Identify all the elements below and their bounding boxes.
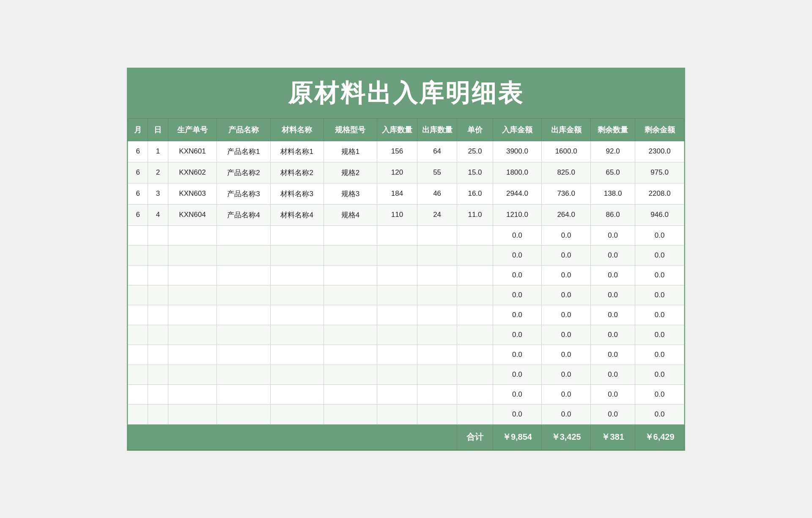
table-row: 0.00.00.00.0: [128, 365, 684, 384]
cell-mat-name: [270, 225, 324, 245]
cell-mat-name: 材料名称4: [270, 204, 324, 225]
page-title: 原材料出入库明细表: [132, 77, 680, 110]
cell-in-amt: 0.0: [493, 225, 542, 245]
cell-in-amt: 0.0: [493, 325, 542, 345]
cell-spec: [324, 265, 377, 285]
table-row: 61KXN601产品名称1材料名称1规格11566425.03900.01600…: [128, 141, 684, 162]
cell-out-qty: [417, 225, 457, 245]
cell-day: [148, 325, 168, 345]
cell-spec: 规格1: [324, 141, 377, 162]
cell-day: [148, 225, 168, 245]
cell-prod-name: [217, 325, 270, 345]
cell-mat-name: 材料名称1: [270, 141, 324, 162]
cell-out-amt: 0.0: [542, 245, 591, 265]
cell-mat-name: [270, 404, 324, 424]
footer-rem-qty: ￥381: [591, 424, 635, 449]
header-price: 单价: [457, 118, 493, 141]
cell-in-amt: 0.0: [493, 305, 542, 325]
cell-out-amt: 0.0: [542, 265, 591, 285]
cell-in-qty: [377, 245, 417, 265]
table-row: 0.00.00.00.0: [128, 345, 684, 365]
cell-price: [457, 225, 493, 245]
cell-month: [128, 245, 148, 265]
cell-prod-no: [168, 285, 217, 305]
table-row: 0.00.00.00.0: [128, 404, 684, 424]
inventory-table: 月 日 生产单号 产品名称 材料名称 规格型号 入库数量 出库数量 单价 入库金…: [128, 118, 684, 450]
cell-prod-name: [217, 404, 270, 424]
cell-month: [128, 305, 148, 325]
cell-spec: [324, 345, 377, 365]
title-header: 原材料出入库明细表: [128, 69, 684, 118]
cell-in-amt: 0.0: [493, 265, 542, 285]
cell-day: 3: [148, 183, 168, 204]
footer-in-amt: ￥9,854: [493, 424, 542, 449]
cell-mat-name: [270, 245, 324, 265]
cell-prod-no: [168, 384, 217, 404]
cell-spec: [324, 404, 377, 424]
cell-prod-name: [217, 305, 270, 325]
cell-in-qty: [377, 384, 417, 404]
cell-price: 16.0: [457, 183, 493, 204]
cell-rem-amt: 0.0: [635, 365, 684, 384]
header-mat-name: 材料名称: [270, 118, 324, 141]
cell-rem-qty: 0.0: [591, 285, 635, 305]
cell-rem-qty: 65.0: [591, 162, 635, 183]
cell-out-qty: [417, 245, 457, 265]
cell-rem-amt: 0.0: [635, 325, 684, 345]
cell-in-amt: 0.0: [493, 404, 542, 424]
cell-out-qty: [417, 285, 457, 305]
cell-rem-amt: 0.0: [635, 285, 684, 305]
cell-price: [457, 365, 493, 384]
cell-spec: [324, 384, 377, 404]
cell-out-qty: 55: [417, 162, 457, 183]
main-container: 原材料出入库明细表 月 日 生产单号 产品名称 材料名称 规格型号 入库数量 出…: [127, 68, 685, 451]
cell-in-qty: 120: [377, 162, 417, 183]
cell-month: 6: [128, 204, 148, 225]
cell-rem-qty: 92.0: [591, 141, 635, 162]
cell-spec: 规格2: [324, 162, 377, 183]
cell-rem-qty: 0.0: [591, 225, 635, 245]
cell-prod-name: [217, 384, 270, 404]
cell-out-qty: [417, 404, 457, 424]
cell-mat-name: [270, 365, 324, 384]
footer-label: 合计: [457, 424, 493, 449]
cell-spec: [324, 365, 377, 384]
cell-prod-name: [217, 245, 270, 265]
cell-prod-no: KXN601: [168, 141, 217, 162]
cell-price: [457, 325, 493, 345]
cell-prod-no: KXN602: [168, 162, 217, 183]
footer-empty: [128, 424, 457, 449]
cell-day: [148, 305, 168, 325]
cell-day: 2: [148, 162, 168, 183]
cell-day: [148, 245, 168, 265]
cell-in-qty: [377, 345, 417, 365]
cell-out-qty: 24: [417, 204, 457, 225]
table-footer: 合计 ￥9,854 ￥3,425 ￥381 ￥6,429: [128, 424, 684, 449]
cell-mat-name: [270, 325, 324, 345]
cell-prod-name: [217, 365, 270, 384]
cell-out-amt: 264.0: [542, 204, 591, 225]
cell-rem-qty: 0.0: [591, 384, 635, 404]
cell-rem-amt: 2208.0: [635, 183, 684, 204]
header-prod-no: 生产单号: [168, 118, 217, 141]
table-row: 63KXN603产品名称3材料名称3规格31844616.02944.0736.…: [128, 183, 684, 204]
cell-day: [148, 345, 168, 365]
cell-rem-amt: 0.0: [635, 245, 684, 265]
cell-month: 6: [128, 162, 148, 183]
cell-price: [457, 404, 493, 424]
header-day: 日: [148, 118, 168, 141]
table-row: 0.00.00.00.0: [128, 305, 684, 325]
cell-price: [457, 265, 493, 285]
cell-out-qty: [417, 305, 457, 325]
cell-month: [128, 384, 148, 404]
cell-day: [148, 404, 168, 424]
cell-out-qty: [417, 265, 457, 285]
cell-day: 1: [148, 141, 168, 162]
cell-out-qty: [417, 384, 457, 404]
cell-spec: [324, 245, 377, 265]
cell-in-qty: [377, 265, 417, 285]
cell-rem-amt: 0.0: [635, 265, 684, 285]
cell-month: [128, 265, 148, 285]
table-row: 64KXN604产品名称4材料名称4规格41102411.01210.0264.…: [128, 204, 684, 225]
cell-in-amt: 0.0: [493, 365, 542, 384]
